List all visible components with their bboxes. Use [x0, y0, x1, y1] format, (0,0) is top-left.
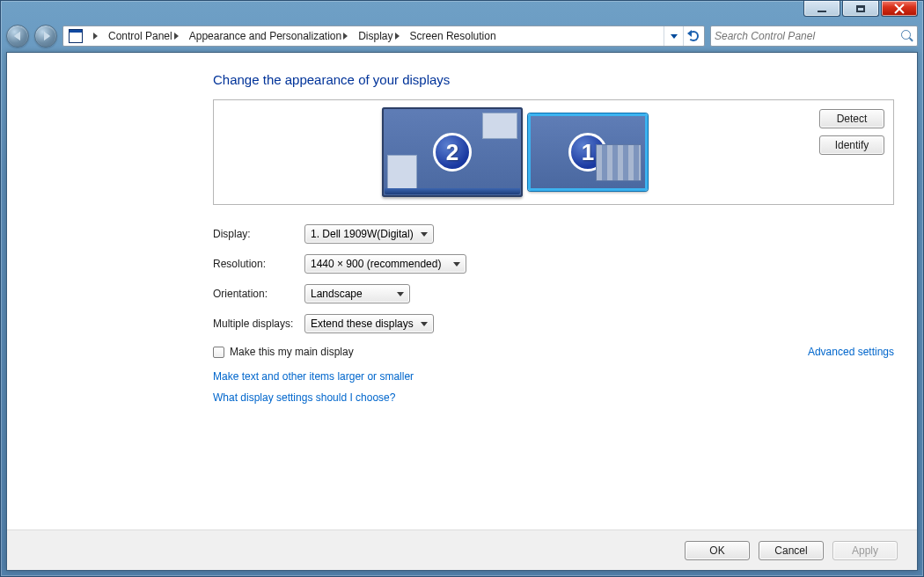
dialog-button-bar: OK Cancel Apply	[7, 530, 917, 570]
window-frame: Control Panel Appearance and Personaliza…	[0, 0, 924, 577]
address-bar[interactable]: Control Panel Appearance and Personaliza…	[62, 26, 705, 47]
window-close-button[interactable]	[881, 1, 918, 17]
taskbar-icon	[385, 188, 520, 194]
navigation-row: Control Panel Appearance and Personaliza…	[6, 22, 918, 50]
display-arrangement-area[interactable]: 2 1	[224, 106, 805, 199]
chevron-right-icon	[343, 33, 348, 40]
window-thumbnail-icon	[596, 144, 642, 181]
main-display-checkbox[interactable]	[213, 347, 224, 358]
identify-button[interactable]: Identify	[819, 135, 884, 155]
advanced-settings-link[interactable]: Advanced settings	[808, 346, 894, 358]
main-display-row: Make this my main display Advanced setti…	[213, 346, 894, 358]
display-row: Display: 1. Dell 1909W(Digital)	[213, 224, 894, 244]
search-icon	[901, 30, 913, 42]
search-input[interactable]	[715, 30, 901, 42]
display-number-badge: 2	[433, 133, 472, 172]
breadcrumb-label: Appearance and Personalization	[189, 30, 341, 42]
display-select-value: 1. Dell 1909W(Digital)	[311, 228, 414, 240]
window-maximize-button[interactable]	[842, 1, 879, 17]
window-thumbnail-icon	[387, 155, 417, 192]
chevron-right-icon	[174, 33, 179, 40]
display-monitor-2[interactable]: 2	[382, 107, 523, 197]
orientation-select[interactable]: Landscape	[304, 284, 410, 303]
refresh-button[interactable]	[683, 26, 702, 46]
breadcrumb-segment[interactable]: Control Panel	[103, 26, 184, 46]
multiple-displays-row: Multiple displays: Extend these displays	[213, 314, 894, 333]
display-monitor-1[interactable]: 1	[528, 113, 648, 191]
display-arrangement-box: 2 1 Detect Identify	[213, 99, 894, 205]
window-thumbnail-icon	[482, 113, 517, 139]
main-display-checkbox-text: Make this my main display	[230, 346, 354, 358]
detect-button[interactable]: Detect	[819, 109, 884, 128]
orientation-label: Orientation:	[213, 288, 304, 300]
breadcrumb-segment[interactable]: Screen Resolution	[405, 26, 502, 46]
display-label: Display:	[213, 228, 304, 240]
resolution-select-value: 1440 × 900 (recommended)	[311, 258, 441, 270]
main-display-checkbox-label[interactable]: Make this my main display	[213, 346, 354, 358]
text-size-link[interactable]: Make text and other items larger or smal…	[213, 370, 894, 383]
orientation-row: Orientation: Landscape	[213, 284, 894, 303]
chevron-right-icon	[395, 33, 400, 40]
refresh-icon	[688, 31, 699, 41]
address-dropdown-button[interactable]	[664, 26, 683, 46]
search-bar[interactable]	[710, 26, 918, 47]
display-select[interactable]: 1. Dell 1909W(Digital)	[304, 224, 434, 244]
breadcrumb-label: Screen Resolution	[410, 30, 496, 42]
content-frame: Change the appearance of your displays 2…	[6, 52, 918, 571]
window-minimize-button[interactable]	[803, 1, 840, 17]
nav-forward-button[interactable]	[34, 25, 57, 47]
breadcrumb-segment[interactable]: Display	[353, 26, 404, 46]
nav-back-button[interactable]	[6, 25, 29, 47]
multiple-displays-label: Multiple displays:	[213, 318, 304, 330]
orientation-select-value: Landscape	[311, 288, 363, 300]
resolution-select[interactable]: 1440 × 900 (recommended)	[304, 254, 466, 274]
breadcrumb-label: Display	[358, 30, 392, 42]
window-titlebar	[1, 1, 923, 22]
display-side-buttons: Detect Identify	[819, 106, 883, 199]
page-title: Change the appearance of your displays	[213, 72, 894, 87]
breadcrumb-label: Control Panel	[108, 30, 172, 42]
control-panel-icon	[69, 29, 83, 43]
multiple-displays-select[interactable]: Extend these displays	[304, 314, 434, 333]
chevron-right-icon	[93, 33, 98, 40]
help-links: Make text and other items larger or smal…	[213, 370, 894, 404]
apply-button[interactable]: Apply	[832, 541, 898, 560]
display-help-link[interactable]: What display settings should I choose?	[213, 391, 894, 404]
content-area: Change the appearance of your displays 2…	[7, 53, 917, 517]
resolution-row: Resolution: 1440 × 900 (recommended)	[213, 254, 894, 274]
breadcrumb-segment[interactable]: Appearance and Personalization	[184, 26, 353, 46]
multiple-displays-select-value: Extend these displays	[311, 318, 414, 330]
ok-button[interactable]: OK	[685, 541, 750, 560]
cancel-button[interactable]: Cancel	[759, 541, 824, 560]
breadcrumb-segment[interactable]	[86, 26, 103, 46]
resolution-label: Resolution:	[213, 258, 304, 270]
